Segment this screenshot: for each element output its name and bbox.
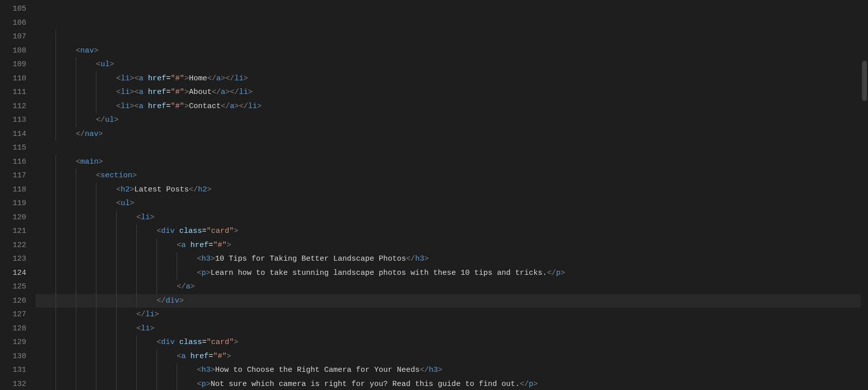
token-attr: href bbox=[148, 88, 166, 96]
indent-guide bbox=[76, 58, 76, 72]
token-b: > bbox=[243, 74, 248, 83]
indent-guide bbox=[96, 224, 96, 238]
token-b: </ bbox=[406, 255, 415, 263]
token-b: > bbox=[98, 158, 103, 166]
indent-guide bbox=[136, 377, 137, 391]
line-number: 128 bbox=[0, 322, 26, 336]
token-sp bbox=[186, 352, 190, 361]
code-editor[interactable]: 1051061071081091101111121131141151161171… bbox=[0, 0, 868, 390]
code-content-area[interactable]: <nav><ul><li><a href="#">Home</a></li><l… bbox=[35, 0, 868, 390]
token-tag: nav bbox=[85, 130, 98, 138]
line-number: 114 bbox=[0, 127, 26, 141]
code-line[interactable]: <p>Not sure which camera is right for yo… bbox=[35, 377, 868, 391]
indent-guide bbox=[96, 252, 96, 266]
token-attr: class bbox=[179, 227, 202, 235]
code-line[interactable]: </li> bbox=[35, 308, 868, 322]
indent-guide bbox=[157, 280, 157, 294]
code-line[interactable]: <li> bbox=[35, 211, 868, 225]
indent-guide bbox=[56, 350, 56, 364]
indent-guide bbox=[96, 308, 96, 322]
code-line[interactable]: <a href="#"> bbox=[35, 238, 868, 253]
indent-guide bbox=[96, 238, 96, 253]
token-sp bbox=[175, 338, 179, 347]
code-line[interactable]: <h3>How to Choose the Right Camera for Y… bbox=[35, 363, 868, 377]
token-b: </ bbox=[136, 310, 145, 319]
token-tag: h3 bbox=[429, 366, 438, 374]
code-line[interactable]: <p>Learn how to take stunning landscape … bbox=[35, 266, 868, 280]
token-p: = bbox=[166, 88, 171, 96]
token-tag: h3 bbox=[201, 255, 211, 263]
indent-guide bbox=[116, 350, 117, 364]
code-line[interactable]: </ul> bbox=[35, 113, 868, 127]
token-tag: li bbox=[145, 310, 155, 319]
token-txt: Contact bbox=[189, 102, 221, 111]
code-line[interactable]: <li><a href="#">About</a></li> bbox=[35, 85, 868, 100]
code-line[interactable]: </a> bbox=[35, 280, 868, 294]
code-line-content: <a href="#"> bbox=[35, 241, 231, 250]
code-line[interactable]: <nav> bbox=[35, 44, 868, 58]
code-line[interactable]: <li><a href="#">Contact</a></li> bbox=[35, 100, 868, 114]
code-line-content: <p>Not sure which camera is right for yo… bbox=[35, 380, 538, 388]
indent-guide bbox=[56, 127, 56, 141]
token-b: >< bbox=[130, 74, 139, 83]
code-line[interactable] bbox=[35, 141, 868, 155]
code-line[interactable]: <div class="card"> bbox=[35, 335, 868, 350]
token-tag: h3 bbox=[415, 255, 424, 263]
token-sp bbox=[175, 227, 179, 235]
indent-guide bbox=[56, 100, 56, 114]
indent-guide bbox=[56, 335, 56, 350]
indent-guide bbox=[157, 377, 157, 391]
indent-guide bbox=[157, 238, 157, 253]
code-line[interactable]: <li> bbox=[35, 322, 868, 336]
indent-guide bbox=[136, 224, 137, 238]
indent-guide bbox=[96, 280, 96, 294]
indent-guide bbox=[116, 308, 117, 322]
token-sp bbox=[143, 88, 148, 96]
token-b: >< bbox=[130, 102, 139, 111]
indent-guide bbox=[116, 335, 117, 350]
code-line[interactable]: <h2>Latest Posts</h2> bbox=[35, 183, 868, 197]
token-attr: href bbox=[190, 241, 209, 250]
indent-guide bbox=[76, 377, 76, 391]
code-line-content: <li><a href="#">Contact</a></li> bbox=[35, 102, 262, 111]
code-line[interactable]: <div class="card"> bbox=[35, 224, 868, 238]
token-b: < bbox=[177, 352, 181, 361]
token-tag: ul bbox=[121, 199, 130, 208]
token-b: > bbox=[438, 366, 442, 374]
code-line[interactable] bbox=[35, 30, 868, 44]
code-line[interactable]: <section> bbox=[35, 169, 868, 183]
token-str: "card" bbox=[207, 338, 234, 347]
code-line[interactable]: <a href="#"> bbox=[35, 350, 868, 364]
code-line[interactable]: <ul> bbox=[35, 58, 868, 72]
token-sp bbox=[186, 241, 190, 250]
indent-guide bbox=[116, 252, 117, 266]
code-line[interactable]: </nav> bbox=[35, 127, 868, 141]
indent-guide bbox=[56, 280, 56, 294]
scrollbar-thumb[interactable] bbox=[862, 61, 867, 101]
token-b: < bbox=[197, 269, 201, 277]
code-line[interactable]: <ul> bbox=[35, 197, 868, 211]
token-p: = bbox=[209, 241, 213, 250]
code-line[interactable]: </div> bbox=[35, 294, 868, 308]
indent-guide bbox=[157, 252, 157, 266]
token-str: "#" bbox=[171, 88, 184, 96]
token-b: > bbox=[130, 185, 134, 194]
token-attr: href bbox=[148, 102, 166, 111]
token-b: > bbox=[206, 380, 211, 388]
indent-guide bbox=[56, 72, 56, 86]
indent-guide bbox=[76, 85, 76, 100]
line-number-gutter: 1051061071081091101111121131141151161171… bbox=[0, 0, 35, 390]
code-line[interactable]: <h3>10 Tips for Taking Better Landscape … bbox=[35, 252, 868, 266]
vertical-scrollbar[interactable] bbox=[861, 0, 868, 390]
token-tag: p bbox=[201, 380, 206, 388]
line-number: 108 bbox=[0, 44, 26, 58]
indent-guide bbox=[136, 335, 137, 350]
token-b: < bbox=[116, 185, 121, 194]
token-p: = bbox=[202, 338, 207, 347]
token-attr: class bbox=[179, 338, 202, 347]
token-b: > bbox=[560, 269, 565, 277]
token-tag: p bbox=[556, 269, 560, 277]
code-line[interactable]: <li><a href="#">Home</a></li> bbox=[35, 72, 868, 86]
code-line[interactable]: <main> bbox=[35, 155, 868, 169]
token-b: > bbox=[130, 199, 134, 208]
